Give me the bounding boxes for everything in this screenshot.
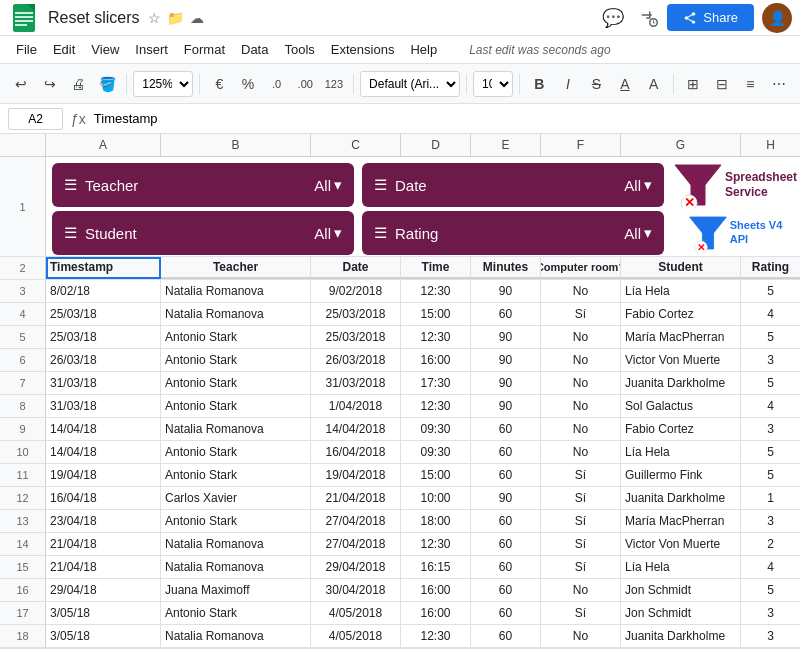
cell-time[interactable]: 15:00	[401, 464, 471, 486]
cell-student[interactable]: Victor Von Muerte	[621, 349, 741, 371]
paint-btn[interactable]: 🪣	[94, 70, 121, 98]
more-btn[interactable]: ⋯	[766, 70, 793, 98]
col-header-c[interactable]: C	[311, 134, 401, 156]
cell-timestamp[interactable]: 25/03/18	[46, 326, 161, 348]
cell-minutes[interactable]: 90	[471, 326, 541, 348]
cell-timestamp[interactable]: 25/03/18	[46, 303, 161, 325]
cell-2-minutes[interactable]: Minutes	[471, 257, 541, 279]
menu-data[interactable]: Data	[233, 36, 276, 64]
cell-computer[interactable]: No	[541, 625, 621, 647]
cell-computer[interactable]: No	[541, 280, 621, 302]
cell-rating[interactable]: 5	[741, 280, 800, 302]
cell-rating[interactable]: 5	[741, 326, 800, 348]
cell-2-date[interactable]: Date	[311, 257, 401, 279]
cell-computer[interactable]: Sí	[541, 510, 621, 532]
undo-btn[interactable]: ↩	[8, 70, 35, 98]
menu-view[interactable]: View	[83, 36, 127, 64]
cell-minutes[interactable]: 60	[471, 464, 541, 486]
cell-timestamp[interactable]: 8/02/18	[46, 280, 161, 302]
cell-minutes[interactable]: 60	[471, 441, 541, 463]
cell-date[interactable]: 14/04/2018	[311, 418, 401, 440]
cell-teacher[interactable]: Juana Maximoff	[161, 579, 311, 601]
cell-rating[interactable]: 5	[741, 441, 800, 463]
cell-date[interactable]: 9/02/2018	[311, 280, 401, 302]
percent-btn[interactable]: %	[235, 70, 262, 98]
cell-reference[interactable]	[8, 108, 63, 130]
cell-timestamp[interactable]: 16/04/18	[46, 487, 161, 509]
cell-minutes[interactable]: 90	[471, 372, 541, 394]
cell-student[interactable]: Juanita Darkholme	[621, 372, 741, 394]
cell-teacher[interactable]: Natalia Romanova	[161, 418, 311, 440]
formula-input[interactable]	[94, 108, 792, 130]
cell-time[interactable]: 09:30	[401, 441, 471, 463]
col-header-f[interactable]: F	[541, 134, 621, 156]
col-header-g[interactable]: G	[621, 134, 741, 156]
cell-rating[interactable]: 5	[741, 372, 800, 394]
cell-computer[interactable]: Sí	[541, 464, 621, 486]
cell-timestamp[interactable]: 21/04/18	[46, 533, 161, 555]
cell-time[interactable]: 16:00	[401, 579, 471, 601]
cell-student[interactable]: Juanita Darkholme	[621, 487, 741, 509]
slicer-date[interactable]: ☰ Date All ▾	[362, 163, 664, 207]
cell-computer[interactable]: No	[541, 349, 621, 371]
cell-time[interactable]: 12:30	[401, 280, 471, 302]
cell-minutes[interactable]: 60	[471, 625, 541, 647]
format-num-btn[interactable]: 123	[321, 70, 348, 98]
decimal-more-btn[interactable]: .00	[292, 70, 319, 98]
italic-btn[interactable]: I	[555, 70, 582, 98]
zoom-select[interactable]: 125%	[133, 71, 193, 97]
cell-timestamp[interactable]: 29/04/18	[46, 579, 161, 601]
cell-timestamp[interactable]: 3/05/18	[46, 602, 161, 624]
cell-student[interactable]: Fabio Cortez	[621, 418, 741, 440]
cell-timestamp[interactable]: 31/03/18	[46, 395, 161, 417]
cell-minutes[interactable]: 90	[471, 280, 541, 302]
cell-time[interactable]: 10:00	[401, 487, 471, 509]
cell-teacher[interactable]: Natalia Romanova	[161, 303, 311, 325]
history-icon[interactable]	[631, 0, 667, 36]
cell-student[interactable]: Lía Hela	[621, 280, 741, 302]
cell-timestamp[interactable]: 21/04/18	[46, 556, 161, 578]
menu-edit[interactable]: Edit	[45, 36, 83, 64]
cell-student[interactable]: Sol Galactus	[621, 395, 741, 417]
cell-time[interactable]: 16:00	[401, 602, 471, 624]
cell-computer[interactable]: No	[541, 579, 621, 601]
cloud-icon[interactable]: ☁	[190, 10, 204, 26]
cell-time[interactable]: 18:00	[401, 510, 471, 532]
merge-btn[interactable]: ⊟	[708, 70, 735, 98]
cell-date[interactable]: 29/04/2018	[311, 556, 401, 578]
cell-time[interactable]: 12:30	[401, 326, 471, 348]
print-btn[interactable]: 🖨	[65, 70, 92, 98]
cell-2-time[interactable]: Time	[401, 257, 471, 279]
slicer-teacher[interactable]: ☰ Teacher All ▾	[52, 163, 354, 207]
cell-rating[interactable]: 3	[741, 625, 800, 647]
cell-student[interactable]: María MacPherran	[621, 510, 741, 532]
cell-teacher[interactable]: Antonio Stark	[161, 441, 311, 463]
align-btn[interactable]: ≡	[737, 70, 764, 98]
cell-computer[interactable]: No	[541, 418, 621, 440]
cell-minutes[interactable]: 90	[471, 487, 541, 509]
cell-computer[interactable]: Sí	[541, 556, 621, 578]
cell-minutes[interactable]: 90	[471, 395, 541, 417]
cell-computer[interactable]: Sí	[541, 533, 621, 555]
cell-teacher[interactable]: Carlos Xavier	[161, 487, 311, 509]
cell-rating[interactable]: 2	[741, 533, 800, 555]
cell-time[interactable]: 17:30	[401, 372, 471, 394]
cell-time[interactable]: 15:00	[401, 303, 471, 325]
cell-student[interactable]: Juanita Darkholme	[621, 625, 741, 647]
cell-student[interactable]: Victor Von Muerte	[621, 533, 741, 555]
cell-2-timestamp[interactable]: Timestamp	[46, 257, 161, 279]
cell-timestamp[interactable]: 31/03/18	[46, 372, 161, 394]
cell-date[interactable]: 30/04/2018	[311, 579, 401, 601]
cell-date[interactable]: 26/03/2018	[311, 349, 401, 371]
cell-minutes[interactable]: 60	[471, 510, 541, 532]
cell-date[interactable]: 19/04/2018	[311, 464, 401, 486]
strikethrough-btn[interactable]: S	[583, 70, 610, 98]
cell-student[interactable]: Lía Hela	[621, 441, 741, 463]
cell-student[interactable]: María MacPherran	[621, 326, 741, 348]
cell-minutes[interactable]: 60	[471, 556, 541, 578]
cell-computer[interactable]: Sí	[541, 303, 621, 325]
cell-teacher[interactable]: Antonio Stark	[161, 349, 311, 371]
cell-date[interactable]: 16/04/2018	[311, 441, 401, 463]
cell-2-computer[interactable]: Computer room?	[541, 257, 621, 279]
cell-date[interactable]: 4/05/2018	[311, 625, 401, 647]
